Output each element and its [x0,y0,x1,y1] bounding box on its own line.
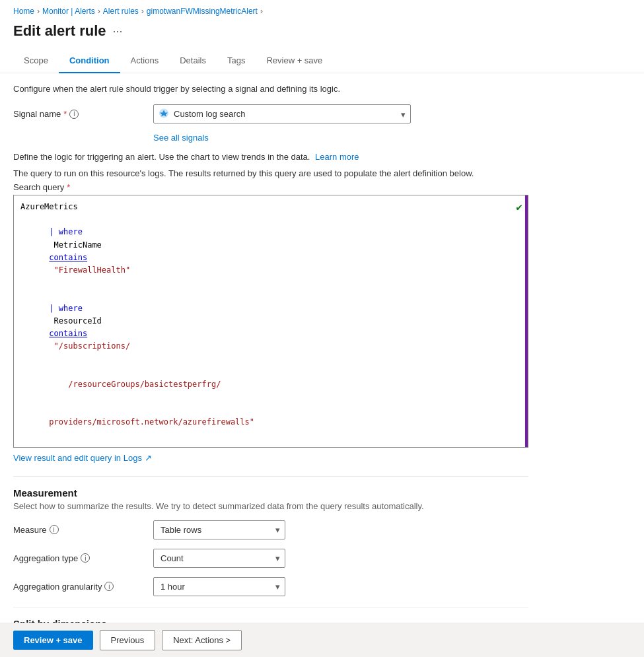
next-actions-button[interactable]: Next: Actions > [162,630,242,650]
measurement-desc: Select how to summarize the results. We … [13,501,528,511]
breadcrumb-monitor[interactable]: Monitor | Alerts [42,7,95,16]
breadcrumb-sep-1: › [37,7,40,16]
query-editor[interactable]: AzureMetrics | where MetricName contains… [13,195,528,448]
aggregation-type-select-wrap: Count Average Min Max ▾ [153,549,285,568]
breadcrumb-current[interactable]: gimotwanFWMissingMetricAlert [147,7,258,16]
breadcrumb-sep-4: › [260,7,263,16]
measure-row: Measure i Table rows Custom columns ▾ [13,520,528,539]
breadcrumb-sep-3: › [141,7,144,16]
define-logic-text: Define the logic for triggering an alert… [13,152,528,162]
signal-name-select[interactable]: Custom log search [153,104,411,123]
breadcrumb-home[interactable]: Home [13,7,34,16]
review-save-button[interactable]: Review + save [13,631,93,650]
breadcrumb-sep-2: › [98,7,100,16]
query-line-4: /resourceGroups/basictestperfrg/ [20,365,521,403]
tab-tags[interactable]: Tags [217,49,256,73]
previous-button[interactable]: Previous [100,630,156,650]
query-description: The query to run on this resource's logs… [13,168,528,178]
query-line-5: providers/microsoft.network/azurefirewal… [20,403,521,442]
measurement-divider [13,476,528,477]
external-link-icon: ↗ [145,453,152,463]
tab-review-save[interactable]: Review + save [256,49,333,73]
aggregation-type-label: Aggregation type i [13,553,145,563]
aggregation-granularity-row: Aggregation granularity i 1 minute 5 min… [13,577,528,596]
measure-info-icon[interactable]: i [50,525,59,534]
tab-scope[interactable]: Scope [13,49,59,73]
more-options-button[interactable]: ··· [113,24,123,38]
page-title: Edit alert rule [13,22,106,40]
configure-description: Configure when the alert rule should tri… [13,84,528,94]
aggregation-granularity-select-wrap: 1 minute 5 minutes 15 minutes 30 minutes… [153,577,285,596]
condition-content: Configure when the alert rule should tri… [0,73,542,657]
query-valid-icon: ✔ [516,201,522,213]
query-purple-bar [525,195,528,447]
measure-label: Measure i [13,525,145,535]
aggregation-type-select[interactable]: Count Average Min Max [153,549,285,568]
tab-actions[interactable]: Actions [120,49,170,73]
query-line-2: | where MetricName contains "FirewallHea… [20,213,521,289]
aggregation-granularity-info-icon[interactable]: i [104,582,114,591]
aggregation-granularity-label: Aggregation granularity i [13,582,145,592]
view-result-wrap: View result and edit query in Logs ↗ [13,453,528,463]
tab-condition[interactable]: Condition [59,49,120,73]
measure-select[interactable]: Table rows Custom columns [153,520,285,539]
learn-more-link[interactable]: Learn more [315,152,359,162]
query-line-1: AzureMetrics [20,201,521,213]
see-all-signals-wrap: See all signals [153,133,528,143]
footer-bar: Review + save Previous Next: Actions > [0,623,644,657]
see-all-signals-link[interactable]: See all signals [153,133,209,143]
breadcrumb-alert-rules[interactable]: Alert rules [103,7,139,16]
aggregation-granularity-select[interactable]: 1 minute 5 minutes 15 minutes 30 minutes… [153,577,285,596]
signal-info-icon[interactable]: i [69,110,79,119]
query-line-3: | where ResourceId contains "/subscripti… [20,289,521,365]
page-header: Edit alert rule ··· [0,20,644,49]
signal-name-label: Signal name * i [13,109,145,119]
signal-name-row: Signal name * i Custom log search ▾ [13,104,528,123]
aggregation-type-info-icon[interactable]: i [81,553,90,563]
view-result-link[interactable]: View result and edit query in Logs ↗ [13,453,528,463]
signal-dropdown-wrap: Custom log search ▾ [153,104,411,123]
measurement-title: Measurement [13,487,528,499]
tabs-bar: Scope Condition Actions Details Tags Rev… [0,49,644,73]
aggregation-type-row: Aggregation type i Count Average Min Max… [13,549,528,568]
signal-required-star: * [63,109,67,119]
split-divider [13,607,528,607]
breadcrumb: Home › Monitor | Alerts › Alert rules › … [0,0,644,20]
measure-select-wrap: Table rows Custom columns ▾ [153,520,285,539]
tab-details[interactable]: Details [169,49,217,73]
query-required-star: * [67,182,70,192]
search-query-label: Search query * [13,182,528,192]
